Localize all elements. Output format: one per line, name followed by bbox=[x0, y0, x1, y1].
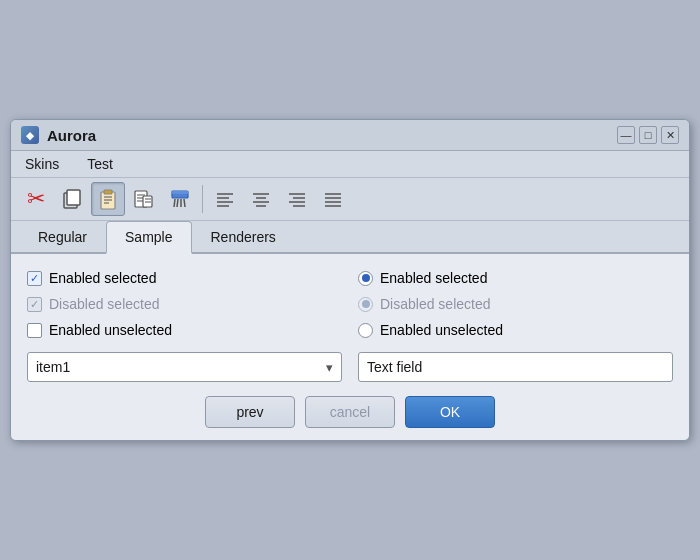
title-bar-left: ◆ Aurora bbox=[21, 126, 96, 144]
window-title: Aurora bbox=[47, 127, 96, 144]
ok-button[interactable]: OK bbox=[405, 396, 495, 428]
buttons-row: prev cancel OK bbox=[27, 396, 673, 428]
svg-line-17 bbox=[177, 199, 178, 207]
radio-enabled-unselected-row: Enabled unselected bbox=[358, 322, 673, 338]
checkbox-enabled-selected[interactable]: ✓ bbox=[27, 271, 42, 286]
text-field-container bbox=[358, 352, 673, 382]
text-field-input[interactable] bbox=[367, 359, 664, 375]
right-controls: Enabled selected Disabled selected Enabl… bbox=[358, 270, 673, 338]
toolbar-scissors-button[interactable]: ✂ bbox=[19, 182, 53, 216]
tab-regular[interactable]: Regular bbox=[19, 221, 106, 254]
toolbar-clipboard-button[interactable] bbox=[91, 182, 125, 216]
align-center-icon bbox=[251, 189, 271, 209]
align-justify-icon bbox=[323, 189, 343, 209]
close-button[interactable]: ✕ bbox=[661, 126, 679, 144]
checkbox-enabled-unselected[interactable] bbox=[27, 323, 42, 338]
clipboard-icon bbox=[97, 188, 119, 210]
main-window: ◆ Aurora — □ ✕ Skins Test ✂ bbox=[10, 119, 690, 441]
controls-grid: ✓ Enabled selected ✓ Disabled selected E… bbox=[27, 270, 673, 338]
toolbar-align-justify-button[interactable] bbox=[316, 182, 350, 216]
radio-enabled-selected-label: Enabled selected bbox=[380, 270, 487, 286]
copy-icon bbox=[61, 188, 83, 210]
toolbar-align-right-button[interactable] bbox=[280, 182, 314, 216]
align-left-icon bbox=[215, 189, 235, 209]
prev-button[interactable]: prev bbox=[205, 396, 295, 428]
align-right-icon bbox=[287, 189, 307, 209]
maximize-button[interactable]: □ bbox=[639, 126, 657, 144]
shredder-icon bbox=[169, 188, 191, 210]
dropdown-value: item1 bbox=[36, 359, 70, 375]
svg-line-16 bbox=[174, 199, 175, 207]
paste-lines-icon bbox=[133, 188, 155, 210]
toolbar: ✂ bbox=[11, 178, 689, 221]
toolbar-align-center-button[interactable] bbox=[244, 182, 278, 216]
tab-renderers[interactable]: Renderers bbox=[192, 221, 295, 254]
checkbox-disabled-selected-label: Disabled selected bbox=[49, 296, 160, 312]
dropdown-arrow-icon: ▾ bbox=[326, 360, 333, 375]
checkbox-enabled-selected-label: Enabled selected bbox=[49, 270, 156, 286]
toolbar-separator bbox=[202, 185, 203, 213]
menu-test[interactable]: Test bbox=[81, 154, 119, 174]
checkbox-disabled-selected: ✓ bbox=[27, 297, 42, 312]
svg-rect-15 bbox=[172, 191, 188, 194]
window-controls: — □ ✕ bbox=[617, 126, 679, 144]
toolbar-paste-lines-button[interactable] bbox=[127, 182, 161, 216]
radio-enabled-unselected[interactable] bbox=[358, 323, 373, 338]
svg-rect-1 bbox=[67, 190, 80, 205]
toolbar-align-left-button[interactable] bbox=[208, 182, 242, 216]
toolbar-copy-button[interactable] bbox=[55, 182, 89, 216]
radio-enabled-selected-row: Enabled selected bbox=[358, 270, 673, 286]
radio-enabled-selected[interactable] bbox=[358, 271, 373, 286]
scissors-icon: ✂ bbox=[27, 186, 45, 212]
checkbox-enabled-selected-row: ✓ Enabled selected bbox=[27, 270, 342, 286]
tabs-bar: Regular Sample Renderers bbox=[11, 221, 689, 254]
checkbox-disabled-selected-row: ✓ Disabled selected bbox=[27, 296, 342, 312]
radio-disabled-selected-row: Disabled selected bbox=[358, 296, 673, 312]
dropdown[interactable]: item1 ▾ bbox=[27, 352, 342, 382]
app-icon: ◆ bbox=[21, 126, 39, 144]
tab-content: ✓ Enabled selected ✓ Disabled selected E… bbox=[11, 254, 689, 440]
menu-bar: Skins Test bbox=[11, 151, 689, 178]
left-controls: ✓ Enabled selected ✓ Disabled selected E… bbox=[27, 270, 342, 338]
title-bar: ◆ Aurora — □ ✕ bbox=[11, 120, 689, 151]
svg-line-19 bbox=[184, 199, 185, 207]
checkbox-enabled-unselected-row: Enabled unselected bbox=[27, 322, 342, 338]
menu-skins[interactable]: Skins bbox=[19, 154, 65, 174]
radio-disabled-selected bbox=[358, 297, 373, 312]
minimize-button[interactable]: — bbox=[617, 126, 635, 144]
cancel-button: cancel bbox=[305, 396, 395, 428]
tab-sample[interactable]: Sample bbox=[106, 221, 191, 254]
toolbar-shredder-button[interactable] bbox=[163, 182, 197, 216]
radio-enabled-unselected-label: Enabled unselected bbox=[380, 322, 503, 338]
checkbox-enabled-unselected-label: Enabled unselected bbox=[49, 322, 172, 338]
radio-disabled-selected-label: Disabled selected bbox=[380, 296, 491, 312]
inputs-row: item1 ▾ bbox=[27, 352, 673, 382]
svg-rect-3 bbox=[104, 190, 112, 194]
